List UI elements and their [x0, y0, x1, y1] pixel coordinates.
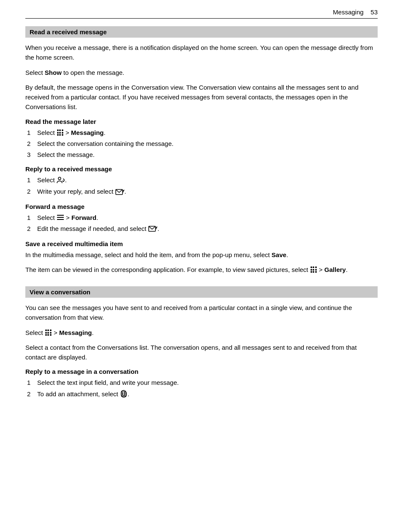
grid-icon-2: [310, 266, 317, 273]
list-item: 1 Select > Messaging.: [25, 128, 378, 137]
section-read-received: Read a received message When you receive…: [25, 26, 378, 274]
list-num: 1: [25, 213, 37, 222]
list-num: 1: [25, 378, 37, 387]
list-num: 2: [25, 389, 37, 399]
list-num: 3: [25, 150, 37, 159]
list-text: Select the message.: [37, 150, 378, 159]
list-num: 2: [25, 224, 37, 233]
section-body-read: When you receive a message, there is a n…: [25, 43, 378, 274]
reply-icon: [57, 176, 65, 185]
list-item: 2 To add an attachment, select: [25, 389, 378, 399]
list-text: Select .: [37, 175, 378, 185]
header-title-page: Messaging 53: [333, 8, 378, 16]
menu-icon: [57, 215, 64, 220]
list-text: Select the conversation containing the m…: [37, 139, 378, 148]
list-item: 2 Select the conversation containing the…: [25, 139, 378, 148]
send-icon-2: [148, 224, 158, 233]
subsection-title-read-later: Read the message later: [25, 118, 378, 125]
para-save-media-2: The item can be viewed in the correspond…: [25, 265, 378, 274]
grid-icon: [57, 129, 63, 136]
list-item: 1 Select the text input field, and write…: [25, 378, 378, 387]
list-text: Edit the message if needed, and select .: [37, 224, 378, 234]
grid-icon-3: [45, 329, 52, 336]
list-text: Write your reply, and select .: [37, 186, 378, 197]
list-item: 1 Select > Forward.: [25, 213, 378, 222]
para-conversation-view: By default, the message opens in the Con…: [25, 82, 378, 112]
list-num: 1: [25, 128, 37, 137]
para-save-media-1: In the multimedia message, select and ho…: [25, 250, 378, 260]
list-item: 2 Write your reply, and select .: [25, 186, 378, 197]
svg-point-0: [58, 177, 61, 180]
para-notification: When you receive a message, there is a n…: [25, 43, 378, 63]
list-text: Select > Messaging.: [37, 128, 378, 137]
list-reply: 1 Select .: [25, 175, 378, 197]
send-icon: [115, 187, 125, 197]
para-view-intro: You can see the messages you have sent t…: [25, 303, 378, 323]
list-item: 1 Select .: [25, 175, 378, 185]
section-title-view: View a conversation: [30, 288, 90, 296]
paperclip-icon: [120, 389, 128, 399]
subsection-title-reply: Reply to a received message: [25, 165, 378, 173]
page-header: Messaging 53: [25, 8, 378, 19]
list-forward: 1 Select > Forward. 2 Edit the message i…: [25, 213, 378, 234]
header-title: Messaging: [333, 8, 364, 16]
list-item: 2 Edit the message if needed, and select…: [25, 224, 378, 234]
section-view-conversation: View a conversation You can see the mess…: [25, 286, 378, 399]
para-select-messaging: Select > Messaging.: [25, 328, 378, 337]
section-header-view: View a conversation: [25, 286, 378, 298]
subsection-title-reply-conv: Reply to a message in a conversation: [25, 368, 378, 375]
section-body-view: You can see the messages you have sent t…: [25, 303, 378, 399]
list-item: 3 Select the message.: [25, 150, 378, 159]
list-num: 2: [25, 186, 37, 196]
para-select-contact: Select a contact from the Conversations …: [25, 343, 378, 362]
list-text: Select the text input field, and write y…: [37, 378, 378, 387]
list-text: Select > Forward.: [37, 213, 378, 222]
section-header-read: Read a received message: [25, 26, 378, 38]
list-read-later: 1 Select > Messaging. 2 Select the conve…: [25, 128, 378, 160]
subsection-title-save-media: Save a received multimedia item: [25, 240, 378, 247]
page: Messaging 53 Read a received message Whe…: [0, 0, 403, 532]
list-text: To add an attachment, select: [37, 389, 378, 399]
section-title-read: Read a received message: [30, 28, 107, 36]
list-num: 1: [25, 175, 37, 185]
subsection-title-forward: Forward a message: [25, 203, 378, 210]
page-number: 53: [370, 8, 378, 16]
list-reply-conv: 1 Select the text input field, and write…: [25, 378, 378, 399]
list-num: 2: [25, 139, 37, 148]
para-select-show: Select Show to open the message.: [25, 68, 378, 77]
